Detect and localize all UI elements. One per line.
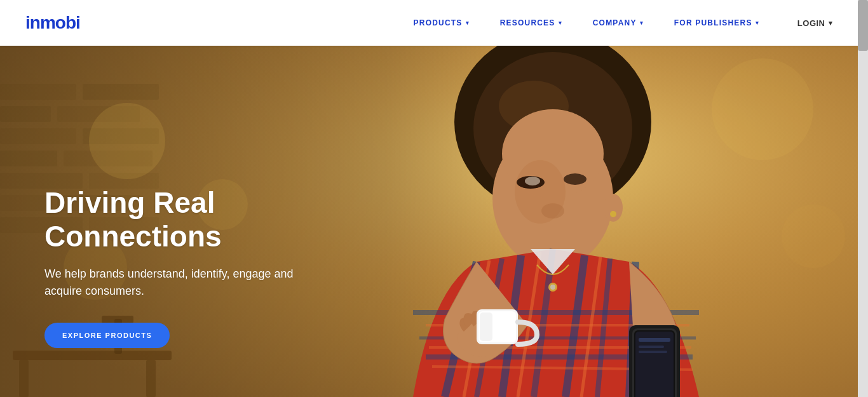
svg-rect-59 bbox=[639, 338, 670, 342]
logo-text: inmobi bbox=[25, 13, 80, 33]
nav-login[interactable]: LOGIN ▾ bbox=[797, 18, 832, 28]
nav-item-products[interactable]: PRODUCTS ▾ bbox=[414, 18, 470, 27]
hero-section: Driving Real Connections We help brands … bbox=[0, 46, 858, 397]
chevron-down-icon: ▾ bbox=[466, 20, 470, 26]
hero-content: Driving Real Connections We help brands … bbox=[0, 91, 381, 397]
scrollbar-thumb[interactable] bbox=[858, 0, 868, 51]
svg-point-50 bbox=[550, 285, 555, 290]
chevron-down-icon: ▾ bbox=[829, 19, 833, 27]
svg-point-67 bbox=[712, 58, 813, 160]
svg-rect-54 bbox=[480, 313, 492, 341]
svg-rect-60 bbox=[639, 346, 664, 348]
hero-subtitle: We help brands understand, identify, eng… bbox=[44, 266, 311, 300]
chevron-down-icon: ▾ bbox=[559, 20, 562, 26]
logo[interactable]: inmobi bbox=[25, 13, 80, 33]
scrollbar[interactable] bbox=[858, 0, 868, 397]
hero-title: Driving Real Connections bbox=[44, 186, 337, 253]
svg-point-68 bbox=[782, 205, 845, 268]
nav-item-resources[interactable]: RESOURCES ▾ bbox=[500, 18, 562, 27]
navbar: inmobi PRODUCTS ▾ RESOURCES ▾ COMPANY ▾ … bbox=[0, 0, 858, 46]
nav-links: PRODUCTS ▾ RESOURCES ▾ COMPANY ▾ FOR PUB… bbox=[414, 18, 759, 27]
svg-rect-61 bbox=[639, 351, 667, 353]
nav-item-for-publishers[interactable]: FOR PUBLISHERS ▾ bbox=[674, 18, 759, 27]
nav-item-company[interactable]: COMPANY ▾ bbox=[593, 18, 644, 27]
chevron-down-icon: ▾ bbox=[640, 20, 644, 26]
svg-point-63 bbox=[610, 211, 616, 217]
svg-point-30 bbox=[525, 177, 540, 185]
svg-point-31 bbox=[541, 203, 564, 219]
svg-point-62 bbox=[604, 194, 623, 222]
svg-point-29 bbox=[564, 173, 587, 185]
chevron-down-icon: ▾ bbox=[756, 20, 759, 26]
explore-products-button[interactable]: EXPLORE PRODUCTS bbox=[44, 323, 170, 348]
